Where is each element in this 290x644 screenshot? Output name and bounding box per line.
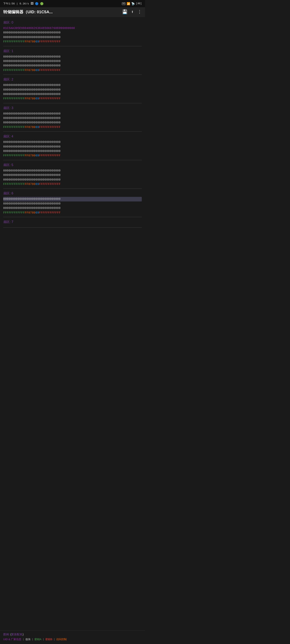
sector-2-line-2[interactable]: 00000000000000000000000000000000	[3, 92, 142, 96]
status-bar: 下午1:56 | 0.1K/s 🖼 🔵 🟢 HD 📶 📡 [40]	[0, 0, 145, 7]
sector-block-5: 扇区: 500000000000000000000000000000000000…	[3, 161, 142, 189]
storage-icon: 🖼	[31, 2, 34, 5]
sector-data-2: 0000000000000000000000000000000000000000…	[3, 83, 142, 103]
sector-block-0: 扇区: 001C5AA305E0804006263646566676869000…	[3, 18, 142, 46]
app-icon-1: 🔵	[35, 2, 39, 6]
sector-6-line-2[interactable]: 00000000000000000000000000000000	[3, 206, 142, 210]
sector-data-4: 0000000000000000000000000000000000000000…	[3, 140, 142, 160]
sector-data-1: 0000000000000000000000000000000000000000…	[3, 54, 142, 74]
sector-4-line-3[interactable]: FFFFFFFFFFFFFF078069FFFFFFFFFFFF	[3, 153, 142, 158]
sector-2-line-1[interactable]: 00000000000000000000000000000000	[3, 88, 142, 92]
sector-data-7	[3, 226, 142, 227]
sector-2-line-0[interactable]: 00000000000000000000000000000000	[3, 83, 142, 87]
toolbar-icons: 💾 ⬆ ⋮	[122, 9, 142, 15]
sector-divider-2	[3, 103, 142, 103]
sector-block-2: 扇区: 200000000000000000000000000000000000…	[3, 76, 142, 103]
sector-4-line-1[interactable]: 00000000000000000000000000000000	[3, 144, 142, 149]
sector-1-line-0[interactable]: 00000000000000000000000000000000	[3, 54, 142, 59]
status-left: 下午1:56 | 0.1K/s 🖼 🔵 🟢	[3, 2, 44, 6]
hd-badge: HD	[122, 2, 125, 5]
sector-0-line-2[interactable]: 00000000000000000000000000000000	[3, 35, 142, 40]
sector-label-6: 扇区: 6	[3, 190, 142, 197]
sector-data-0: 01C5AA305E080400626364656667686900000000…	[3, 26, 142, 46]
sector-5-line-1[interactable]: 00000000000000000000000000000000	[3, 173, 142, 177]
sector-0-line-1[interactable]: 00000000000000000000000000000000	[3, 30, 142, 35]
save-button[interactable]: 💾	[122, 9, 127, 15]
battery-display: [40]	[136, 2, 142, 5]
sector-data-5: 0000000000000000000000000000000000000000…	[3, 168, 142, 188]
sector-3-line-0[interactable]: 00000000000000000000000000000000	[3, 112, 142, 116]
sector-label-3: 扇区: 3	[3, 104, 142, 112]
speed-display: 0.1K/s	[20, 2, 29, 5]
sector-data-6: 0000000000000000000000000000000000000000…	[3, 197, 142, 216]
sector-divider-0	[3, 46, 142, 46]
sector-block-4: 扇区: 400000000000000000000000000000000000…	[3, 132, 142, 160]
sector-3-line-1[interactable]: 00000000000000000000000000000000	[3, 116, 142, 120]
sector-divider-4	[3, 160, 142, 160]
sector-6-line-1[interactable]: 00000000000000000000000000000000	[3, 202, 142, 206]
sector-5-line-3[interactable]: FFFFFFFFFFFFFF078069FFFFFFFFFFFF	[3, 182, 142, 186]
app-icon-2: 🟢	[40, 2, 44, 6]
toolbar: 转储编辑器（UID: 01C5A... 💾 ⬆ ⋮	[0, 7, 145, 17]
sector-label-7: 扇区: 7	[3, 218, 142, 226]
sector-1-line-1[interactable]: 00000000000000000000000000000000	[3, 59, 142, 64]
sector-label-4: 扇区: 4	[3, 132, 142, 140]
sector-4-line-0[interactable]: 00000000000000000000000000000000	[3, 140, 142, 144]
sector-6-line-3[interactable]: FFFFFFFFFFFFFF078069FFFFFFFFFFFF	[3, 210, 142, 215]
signal-icon: 📶	[127, 2, 130, 6]
sector-0-line-0[interactable]: 01C5AA305E080400626364656667686900000000	[3, 26, 142, 30]
page-title: 转储编辑器（UID: 01C5A...	[3, 9, 120, 15]
sector-6-line-0[interactable]: 00000000000000000000000000000000	[3, 197, 142, 201]
sector-2-line-3[interactable]: FFFFFFFFFFFFFF078069FFFFFFFFFFFF	[3, 96, 142, 101]
sector-block-6: 扇区: 600000000000000000000000000000000000…	[3, 190, 142, 217]
wifi-icon: 📡	[131, 2, 135, 6]
sector-block-3: 扇区: 300000000000000000000000000000000000…	[3, 104, 142, 132]
sector-block-1: 扇区: 100000000000000000000000000000000000…	[3, 47, 142, 75]
sector-divider-6	[3, 217, 142, 217]
sector-3-line-3[interactable]: FFFFFFFFFFFFFF078069FFFFFFFFFFFF	[3, 125, 142, 130]
sector-1-line-2[interactable]: 00000000000000000000000000000000	[3, 64, 142, 68]
sector-divider-1	[3, 74, 142, 75]
sector-data-3: 0000000000000000000000000000000000000000…	[3, 112, 142, 131]
sector-label-0: 扇区: 0	[3, 18, 142, 26]
main-content: 扇区: 001C5AA305E0804006263646566676869000…	[0, 17, 145, 244]
sector-block-7: 扇区: 7	[3, 218, 142, 228]
sector-label-5: 扇区: 5	[3, 161, 142, 168]
separator: |	[16, 2, 18, 5]
share-button[interactable]: ⬆	[131, 9, 134, 15]
sector-4-line-2[interactable]: 00000000000000000000000000000000	[3, 149, 142, 153]
time-display: 下午1:56	[3, 2, 15, 6]
sector-3-line-2[interactable]: 00000000000000000000000000000000	[3, 120, 142, 125]
status-right: HD 📶 📡 [40]	[122, 2, 142, 6]
sector-5-line-2[interactable]: 00000000000000000000000000000000	[3, 178, 142, 182]
sector-1-line-3[interactable]: FFFFFFFFFFFFFF078069FFFFFFFFFFFF	[3, 68, 142, 72]
more-button[interactable]: ⋮	[137, 9, 142, 15]
sector-divider-5	[3, 188, 142, 188]
sector-5-line-0[interactable]: 00000000000000000000000000000000	[3, 168, 142, 173]
sector-label-1: 扇区: 1	[3, 47, 142, 54]
sector-label-2: 扇区: 2	[3, 76, 142, 83]
sector-0-line-3[interactable]: FFFFFFFFFFFFFF078069FFFFFFFFFFFF	[3, 40, 142, 44]
